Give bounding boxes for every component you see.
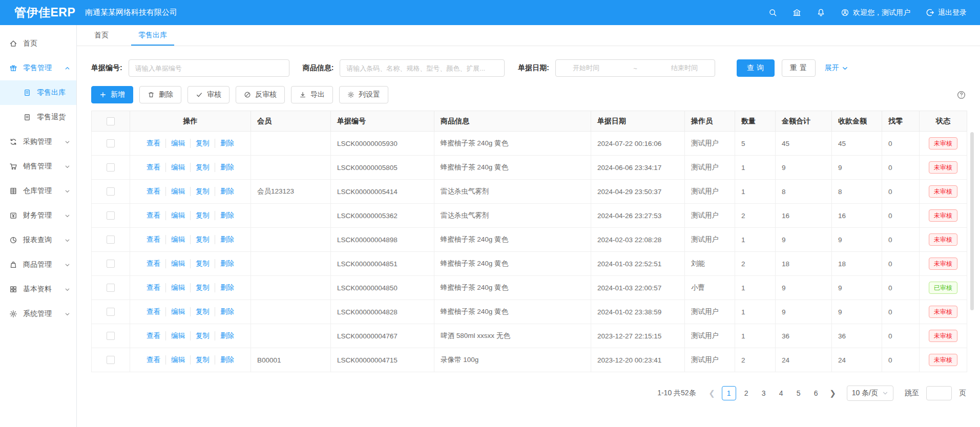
row-action-view[interactable]: 查看: [141, 307, 165, 316]
sidebar-item-purchase[interactable]: 采购管理: [0, 130, 76, 154]
page-number-1[interactable]: 1: [722, 386, 736, 400]
sidebar-item-system[interactable]: 系统管理: [0, 302, 76, 326]
sidebar-item-warehouse[interactable]: 仓库管理: [0, 179, 76, 203]
platform-icon[interactable]: [793, 8, 801, 17]
row-action-delete[interactable]: 删除: [215, 139, 239, 148]
row-action-view[interactable]: 查看: [141, 355, 165, 365]
row-action-delete[interactable]: 删除: [215, 283, 239, 292]
row-action-copy[interactable]: 复制: [190, 187, 215, 196]
export-button[interactable]: 导出: [291, 86, 333, 103]
sidebar-item-finance[interactable]: 财务管理: [0, 203, 76, 228]
row-checkbox[interactable]: [107, 284, 115, 292]
sidebar-item-home[interactable]: 首页: [0, 31, 76, 56]
row-action-view[interactable]: 查看: [141, 187, 165, 196]
row-checkbox[interactable]: [107, 332, 115, 340]
row-action-delete[interactable]: 删除: [215, 355, 239, 365]
row-action-edit[interactable]: 编辑: [165, 259, 190, 268]
row-action-edit[interactable]: 编辑: [165, 187, 190, 196]
row-action-edit[interactable]: 编辑: [165, 331, 190, 340]
top-header: 管伊佳ERP 南通某某网络科技有限公司 欢迎您，测试用户 退出登录: [0, 0, 980, 25]
page-number-3[interactable]: 3: [757, 386, 771, 400]
reset-button[interactable]: 重置: [782, 59, 816, 77]
sidebar-item-basic[interactable]: 基本资料: [0, 277, 76, 302]
audit-button[interactable]: 审核: [187, 86, 230, 103]
row-action-edit[interactable]: 编辑: [165, 211, 190, 220]
row-checkbox[interactable]: [107, 163, 115, 172]
help-icon[interactable]: [956, 90, 966, 100]
row-action-delete[interactable]: 删除: [215, 235, 239, 244]
page-number-4[interactable]: 4: [774, 386, 788, 400]
row-action-delete[interactable]: 删除: [215, 211, 239, 220]
row-checkbox[interactable]: [107, 356, 115, 364]
tab-home[interactable]: 首页: [91, 25, 112, 46]
row-action-view[interactable]: 查看: [141, 331, 165, 340]
table-scrollbar[interactable]: [970, 132, 974, 310]
row-action-delete[interactable]: 删除: [215, 259, 239, 268]
row-action-copy[interactable]: 复制: [190, 139, 215, 148]
sidebar-item-retail-outbound[interactable]: 零售出库: [0, 80, 76, 105]
row-action-view[interactable]: 查看: [141, 139, 165, 148]
cell-change: 0: [882, 300, 920, 324]
row-action-delete[interactable]: 删除: [215, 187, 239, 196]
row-action-copy[interactable]: 复制: [190, 163, 215, 172]
page-number-6[interactable]: 6: [809, 386, 823, 400]
delete-button[interactable]: 删除: [139, 86, 181, 103]
page-number-2[interactable]: 2: [739, 386, 754, 400]
jump-to-input[interactable]: [926, 386, 952, 400]
add-button[interactable]: 新增: [91, 86, 133, 103]
notification-bell-icon[interactable]: [817, 8, 825, 17]
row-action-copy[interactable]: 复制: [190, 211, 215, 220]
select-all-checkbox[interactable]: [107, 117, 115, 125]
row-action-copy[interactable]: 复制: [190, 259, 215, 268]
product-info-input[interactable]: [340, 59, 505, 77]
row-action-delete[interactable]: 删除: [215, 307, 239, 316]
tab-retail-outbound[interactable]: 零售出库: [135, 25, 170, 46]
row-action-copy[interactable]: 复制: [190, 331, 215, 340]
row-action-view[interactable]: 查看: [141, 163, 165, 172]
page-size-select[interactable]: 10 条/页: [847, 386, 893, 401]
ban-icon: [244, 91, 251, 98]
status-badge: 未审核: [929, 306, 957, 318]
row-action-view[interactable]: 查看: [141, 235, 165, 244]
expand-link[interactable]: 展开: [825, 63, 848, 73]
column-settings-button[interactable]: 列设置: [339, 86, 388, 103]
row-action-view[interactable]: 查看: [141, 283, 165, 292]
row-action-edit[interactable]: 编辑: [165, 283, 190, 292]
sidebar-item-report[interactable]: 报表查询: [0, 228, 76, 252]
row-action-edit[interactable]: 编辑: [165, 163, 190, 172]
sidebar-item-retail[interactable]: 零售管理: [0, 56, 76, 80]
search-icon[interactable]: [768, 8, 777, 17]
row-checkbox[interactable]: [107, 236, 115, 244]
table-row: 查看编辑复制删除 LSCK00000004828 蜂蜜柚子茶 240g 黄色 2…: [92, 300, 967, 324]
row-action-copy[interactable]: 复制: [190, 283, 215, 292]
row-checkbox[interactable]: [107, 187, 115, 196]
unaudit-button[interactable]: 反审核: [236, 86, 285, 103]
sidebar-item-sales[interactable]: 销售管理: [0, 154, 76, 179]
row-action-delete[interactable]: 删除: [215, 331, 239, 340]
row-action-delete[interactable]: 删除: [215, 163, 239, 172]
sidebar-item-goods[interactable]: 商品管理: [0, 252, 76, 277]
row-checkbox[interactable]: [107, 211, 115, 220]
row-action-copy[interactable]: 复制: [190, 355, 215, 365]
search-button[interactable]: 查询: [737, 59, 775, 77]
row-action-view[interactable]: 查看: [141, 259, 165, 268]
row-action-copy[interactable]: 复制: [190, 235, 215, 244]
row-action-edit[interactable]: 编辑: [165, 139, 190, 148]
date-range-input[interactable]: 开始时间 ~ 结束时间: [555, 59, 715, 77]
bill-no-input[interactable]: [129, 59, 289, 77]
logout-button[interactable]: 退出登录: [926, 8, 967, 17]
prev-page-button[interactable]: ❮: [705, 386, 719, 400]
sidebar-item-label: 仓库管理: [23, 186, 52, 196]
row-action-edit[interactable]: 编辑: [165, 235, 190, 244]
row-action-edit[interactable]: 编辑: [165, 307, 190, 316]
page-number-5[interactable]: 5: [791, 386, 806, 400]
row-checkbox[interactable]: [107, 260, 115, 268]
row-action-view[interactable]: 查看: [141, 211, 165, 220]
row-checkbox[interactable]: [107, 308, 115, 316]
row-checkbox[interactable]: [107, 139, 115, 147]
next-page-button[interactable]: ❯: [826, 386, 840, 400]
row-action-copy[interactable]: 复制: [190, 307, 215, 316]
row-action-edit[interactable]: 编辑: [165, 355, 190, 365]
sidebar-item-retail-return[interactable]: 零售退货: [0, 105, 76, 130]
welcome-user[interactable]: 欢迎您，测试用户: [841, 8, 910, 17]
